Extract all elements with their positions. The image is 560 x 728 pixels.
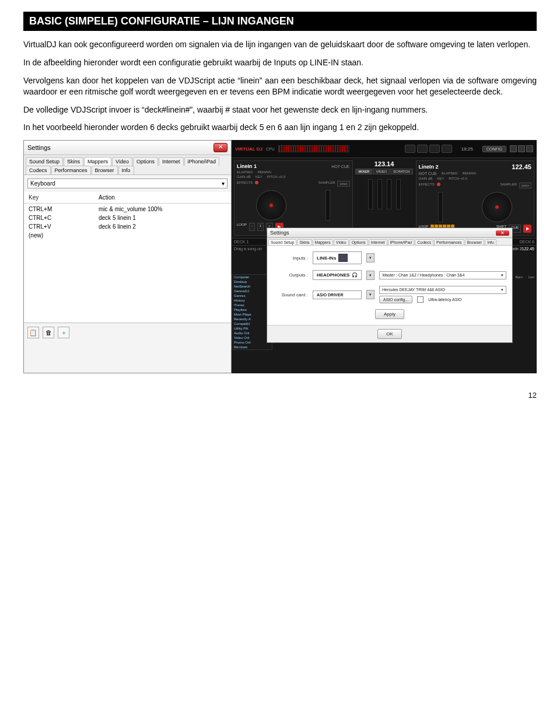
jog-wheel-right[interactable]: [482, 192, 512, 222]
tab-options[interactable]: Options: [133, 157, 158, 166]
tab-iphone[interactable]: iPhone/iPad: [184, 157, 220, 166]
tab-sound-setup[interactable]: Sound Setup: [268, 239, 296, 245]
cell-key: CTRL+M: [29, 206, 99, 212]
config-button[interactable]: CONFIG: [482, 146, 506, 152]
chevron-down-icon[interactable]: ▾: [366, 290, 374, 299]
table-row[interactable]: CTRL+V deck 6 linein 2: [24, 222, 231, 231]
chevron-down-icon: ▾: [222, 180, 225, 187]
effects-label: EFFECTS: [419, 183, 435, 188]
tab-sound-setup[interactable]: Sound Setup: [26, 157, 63, 166]
maximize-icon[interactable]: [518, 145, 525, 152]
outputs-channel-field[interactable]: Master : Chan 1&2 / Headphones : Chan 3&…: [379, 271, 506, 279]
cell-action: mic & mic_volume 100%: [99, 206, 162, 212]
effect-indicator-icon: [255, 181, 258, 184]
table-row[interactable]: (new): [24, 231, 231, 240]
browser-item[interactable]: Recently A: [232, 317, 272, 321]
browser-item[interactable]: Genres: [232, 293, 272, 298]
tab-codecs[interactable]: Codecs: [415, 239, 433, 245]
chevron-down-icon[interactable]: ▾: [366, 253, 374, 262]
header-monitor-icon[interactable]: [429, 145, 440, 153]
mode-mixer[interactable]: MIXER: [355, 169, 372, 174]
tab-browser[interactable]: Browser: [92, 166, 118, 174]
vol-slider[interactable]: [396, 179, 401, 209]
apply-button[interactable]: Apply: [375, 309, 404, 319]
browser-item[interactable]: Video Onl: [232, 335, 272, 340]
chevron-down-icon[interactable]: ▾: [366, 271, 374, 280]
add-button[interactable]: ＋: [58, 327, 69, 338]
sub-elapsed: ELAPSED: [442, 172, 458, 176]
tab-video[interactable]: Video: [334, 239, 349, 245]
loop-box[interactable]: -: [249, 223, 255, 231]
ok-button[interactable]: OK: [377, 329, 402, 339]
browser-item[interactable]: iTunes: [232, 303, 272, 307]
sub-remain: REMAIN: [463, 172, 476, 176]
table-row[interactable]: CTRL+C deck 5 linein 1: [24, 214, 231, 222]
settings-titlebar: Settings ✕: [24, 141, 231, 155]
tab-performances[interactable]: Performances: [51, 166, 91, 174]
outputs-selector[interactable]: HEADPHONES 🎧: [313, 270, 362, 280]
sound-setup-dialog: Settings ✕ Sound Setup Skins Mappers Vid…: [267, 228, 513, 343]
tab-info[interactable]: Info: [485, 239, 496, 245]
mode-scratch[interactable]: SCRATCH: [390, 169, 413, 174]
sampler-slot[interactable]: siren: [337, 181, 349, 187]
pitch-slider[interactable]: [438, 192, 443, 222]
sub-elapsed: ELAPSED: [237, 170, 253, 174]
cpu-label: CPU: [266, 147, 275, 151]
close-icon[interactable]: ✕: [214, 143, 228, 152]
tab-info[interactable]: Info: [118, 166, 134, 174]
tab-internet[interactable]: Internet: [369, 239, 387, 245]
browser-item[interactable]: Promo Onl: [232, 340, 272, 345]
table-row[interactable]: CTRL+M mic & mic_volume 100%: [24, 205, 231, 214]
vol-slider[interactable]: [387, 179, 391, 209]
header-monitor-icon[interactable]: [442, 145, 452, 153]
inner-footer: OK: [267, 325, 512, 342]
tab-skins[interactable]: Skins: [64, 157, 83, 166]
tab-browser[interactable]: Browser: [465, 239, 485, 245]
header-monitor-icon[interactable]: [405, 145, 415, 153]
browser-item[interactable]: NetSearch: [232, 284, 272, 289]
play-button[interactable]: ▶: [523, 225, 531, 233]
header-monitor-icon[interactable]: [417, 145, 428, 153]
vol-slider[interactable]: [368, 179, 373, 209]
tab-internet[interactable]: Internet: [159, 157, 184, 166]
mapper-device-dropdown[interactable]: Keyboard ▾: [27, 178, 228, 188]
jog-wheel-left[interactable]: [256, 190, 286, 220]
minimize-icon[interactable]: [510, 145, 517, 152]
vol-slider[interactable]: [377, 179, 382, 209]
close-icon[interactable]: ✕: [496, 230, 509, 236]
asio-config-button[interactable]: ASIO config...: [379, 296, 412, 303]
browser-item[interactable]: Playlists: [232, 307, 272, 312]
tab-performances[interactable]: Performances: [434, 239, 464, 245]
soundcard-selector[interactable]: ASIO DRIVER: [313, 290, 362, 299]
browser-item[interactable]: GeniusDJ: [232, 289, 272, 293]
browser-item[interactable]: Compatibl: [232, 321, 272, 326]
browser-item[interactable]: Computer: [232, 275, 272, 279]
browser-item[interactable]: Most Playe: [232, 312, 272, 317]
browser-item[interactable]: Utility Filt: [232, 326, 272, 331]
ultra-latency-checkbox[interactable]: [417, 296, 424, 303]
loop-box[interactable]: 1: [257, 223, 264, 231]
delete-button[interactable]: 🗑: [43, 327, 54, 338]
pitch-slider[interactable]: [326, 190, 330, 220]
browser-item[interactable]: Audio Onl: [232, 331, 272, 335]
asio-device-field[interactable]: Hercules DEEJAY TRIM 4&6 ASIO ▾: [379, 286, 506, 294]
sampler-slot[interactable]: siren: [519, 183, 531, 188]
browser-item[interactable]: Desktop: [232, 279, 272, 284]
browser-item[interactable]: History: [232, 298, 272, 303]
tab-skins[interactable]: Skins: [297, 239, 312, 245]
tab-mappers[interactable]: Mappers: [313, 239, 333, 245]
tab-mappers[interactable]: Mappers: [84, 157, 111, 166]
cell-key: (new): [29, 232, 99, 239]
tab-options[interactable]: Options: [349, 239, 368, 245]
sub-remain: REMAIN: [258, 170, 271, 174]
tab-iphone[interactable]: iPhone/iPad: [388, 239, 415, 245]
headphones-icon: 🎧: [352, 272, 358, 278]
tab-video[interactable]: Video: [112, 157, 132, 166]
tab-codecs[interactable]: Codecs: [26, 166, 51, 174]
copy-button[interactable]: 📋: [27, 327, 39, 338]
close-icon[interactable]: [526, 145, 533, 152]
deck-left: LineIn 1 HOT CUE ELAPSED REMAIN GAIN dB …: [234, 160, 353, 236]
inputs-selector[interactable]: LINE-INs: [313, 251, 362, 264]
mode-video[interactable]: VIDEO: [373, 169, 390, 174]
browser-item[interactable]: Remixes: [232, 345, 272, 349]
